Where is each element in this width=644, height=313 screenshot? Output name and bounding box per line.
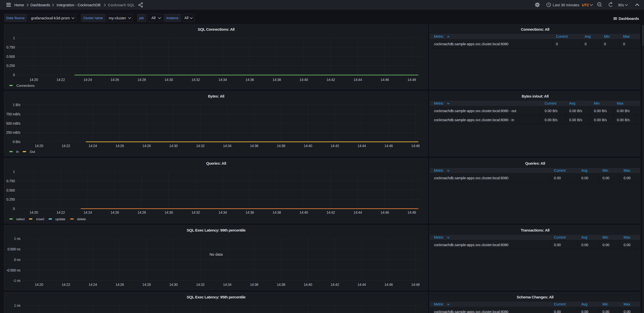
svg-text:cockroachdb.sample-apps.svc.cl: cockroachdb.sample-apps.svc.cluster.loca… xyxy=(434,42,508,46)
svg-text:14:46: 14:46 xyxy=(381,210,389,214)
svg-text:Metric: Metric xyxy=(434,34,444,38)
svg-text:0.00 B/s: 0.00 B/s xyxy=(617,118,630,122)
svg-text:All: All xyxy=(184,16,188,20)
svg-text:Current: Current xyxy=(556,34,568,38)
svg-text:14:44: 14:44 xyxy=(357,144,366,148)
svg-text:Max: Max xyxy=(617,101,623,105)
svg-text:0.00 B/s: 0.00 B/s xyxy=(617,109,630,113)
svg-text:0.00: 0.00 xyxy=(581,176,588,180)
svg-text:14:30: 14:30 xyxy=(165,78,173,82)
svg-text:No data: No data xyxy=(210,252,223,256)
svg-text:0: 0 xyxy=(585,42,587,46)
svg-text:Min: Min xyxy=(602,168,608,172)
svg-text:14:20: 14:20 xyxy=(29,78,38,82)
svg-text:0.00: 0.00 xyxy=(602,176,609,180)
svg-text:14:24: 14:24 xyxy=(84,78,92,82)
svg-text:Min: Min xyxy=(594,101,600,105)
svg-text:14:26: 14:26 xyxy=(115,283,124,287)
svg-text:Current: Current xyxy=(545,101,556,105)
svg-text:0.500 ns: 0.500 ns xyxy=(8,247,21,251)
svg-text:Avg: Avg xyxy=(585,34,591,38)
svg-text:0 ns: 0 ns xyxy=(14,258,21,262)
svg-text:0.00: 0.00 xyxy=(602,243,609,247)
svg-text:0: 0 xyxy=(13,73,15,77)
svg-text:0.250: 0.250 xyxy=(6,64,15,68)
svg-text:cockroachdb.sample-apps.svc.cl: cockroachdb.sample-apps.svc.cluster.loca… xyxy=(434,176,508,180)
svg-text:delete: delete xyxy=(77,217,86,221)
svg-text:insert: insert xyxy=(36,217,44,221)
svg-text:Avg: Avg xyxy=(581,235,587,239)
svg-text:14:34: 14:34 xyxy=(223,144,232,148)
svg-text:14:28: 14:28 xyxy=(138,78,146,82)
svg-text:14:26: 14:26 xyxy=(110,78,119,82)
svg-text:Connections: All: Connections: All xyxy=(521,27,549,31)
svg-text:cockroachdb.sample-apps.svc.cl: cockroachdb.sample-apps.svc.cluster.loca… xyxy=(434,109,516,113)
svg-text:Out: Out xyxy=(30,150,35,154)
svg-text:1 B/s: 1 B/s xyxy=(13,103,21,107)
svg-text:cockroachdb.sample-apps.svc.cl: cockroachdb.sample-apps.svc.cluster.loca… xyxy=(434,118,514,122)
svg-text:0.00: 0.00 xyxy=(554,310,561,313)
svg-text:Avg: Avg xyxy=(569,101,575,105)
svg-text:14:22: 14:22 xyxy=(57,78,65,82)
svg-text:Max: Max xyxy=(624,235,630,239)
svg-text:0.00: 0.00 xyxy=(581,310,588,313)
svg-text:All: All xyxy=(151,16,155,20)
svg-text:0.250: 0.250 xyxy=(6,197,15,201)
svg-text:14:32: 14:32 xyxy=(191,78,200,82)
svg-text:14:20: 14:20 xyxy=(29,210,38,214)
svg-text:14:22: 14:22 xyxy=(62,283,70,287)
svg-text:Bytes: All: Bytes: All xyxy=(208,94,224,98)
svg-text:14:32: 14:32 xyxy=(191,210,200,214)
svg-text:14:40: 14:40 xyxy=(304,283,312,287)
svg-text:update: update xyxy=(55,217,65,221)
svg-text:Bytes in/out: All: Bytes in/out: All xyxy=(521,94,548,98)
svg-text:14:20: 14:20 xyxy=(35,144,43,148)
svg-text:Metric: Metric xyxy=(434,302,444,306)
svg-text:14:20: 14:20 xyxy=(35,283,43,287)
svg-text:0: 0 xyxy=(604,42,606,46)
svg-text:Connections: Connections xyxy=(16,84,35,87)
svg-text:In: In xyxy=(16,150,19,154)
svg-text:instance: instance xyxy=(166,16,178,20)
svg-text:14:38: 14:38 xyxy=(272,78,281,82)
svg-text:14:36: 14:36 xyxy=(246,210,254,214)
svg-text:14:28: 14:28 xyxy=(138,210,146,214)
svg-text:0.00: 0.00 xyxy=(624,176,630,180)
svg-text:SQL Exec Latency: 95th percent: SQL Exec Latency: 95th percentile xyxy=(187,295,246,299)
svg-text:cockroachdb.sample-apps.svc.cl: cockroachdb.sample-apps.svc.cluster.loca… xyxy=(434,310,508,313)
svg-text:14:46: 14:46 xyxy=(384,283,393,287)
svg-text:250 mB/s: 250 mB/s xyxy=(6,130,20,135)
svg-text:0.00: 0.00 xyxy=(554,176,561,180)
svg-text:Min: Min xyxy=(602,235,608,239)
svg-text:14:32: 14:32 xyxy=(196,144,205,148)
svg-text:14:38: 14:38 xyxy=(272,210,281,214)
svg-text:14:22: 14:22 xyxy=(62,144,70,148)
svg-text:750 mB/s: 750 mB/s xyxy=(6,112,20,116)
svg-text:0.00: 0.00 xyxy=(624,310,630,313)
svg-text:14:30: 14:30 xyxy=(169,283,178,287)
svg-text:0.00 B/s: 0.00 B/s xyxy=(594,118,607,122)
svg-text:0: 0 xyxy=(623,42,625,46)
svg-text:500 mB/s: 500 mB/s xyxy=(6,121,20,125)
svg-text:0.00: 0.00 xyxy=(624,243,630,247)
svg-text:14:42: 14:42 xyxy=(327,78,335,82)
svg-text:14:28: 14:28 xyxy=(142,283,151,287)
svg-text:cockroachdb.sample-apps.svc.cl: cockroachdb.sample-apps.svc.cluster.loca… xyxy=(434,243,508,247)
svg-text:14:42: 14:42 xyxy=(327,210,335,214)
svg-text:Metric: Metric xyxy=(434,235,444,239)
svg-text:14:38: 14:38 xyxy=(277,283,285,287)
svg-text:14:38: 14:38 xyxy=(277,144,285,148)
svg-text:grafanacloud-k3d-prom: grafanacloud-k3d-prom xyxy=(31,16,70,20)
svg-text:Transactions: All: Transactions: All xyxy=(521,228,549,232)
svg-text:14:42: 14:42 xyxy=(331,144,339,148)
svg-text:0.00 B/s: 0.00 B/s xyxy=(545,109,557,113)
svg-text:0 B/s: 0 B/s xyxy=(13,140,21,144)
svg-text:Avg: Avg xyxy=(581,168,587,172)
svg-text:0.00: 0.00 xyxy=(581,243,588,247)
svg-text:14:26: 14:26 xyxy=(110,210,119,214)
svg-text:0.00 B/s: 0.00 B/s xyxy=(594,109,607,113)
svg-text:0.00 B/s: 0.00 B/s xyxy=(545,118,557,122)
svg-text:14:40: 14:40 xyxy=(300,78,308,82)
svg-text:Min: Min xyxy=(604,34,610,38)
svg-text:14:40: 14:40 xyxy=(300,210,308,214)
